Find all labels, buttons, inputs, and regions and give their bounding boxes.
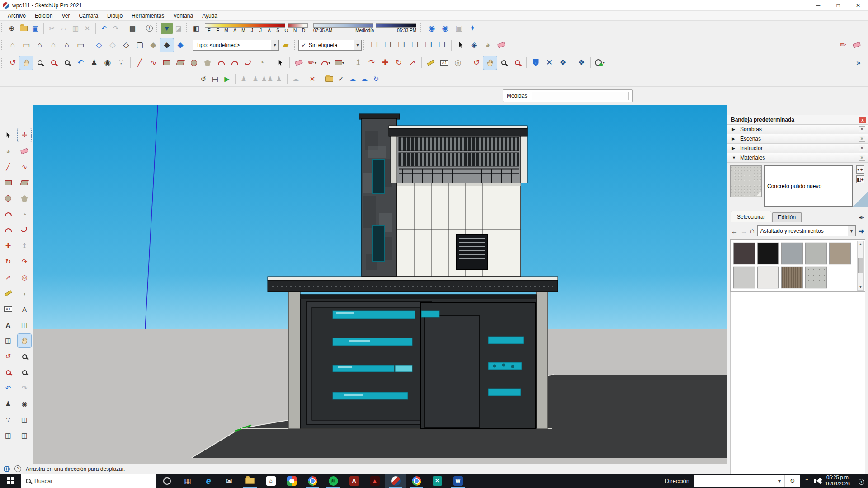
previous-view-tool[interactable]: ↶ [1,381,15,395]
menu-camara[interactable]: Cámara [75,12,102,20]
taskbar-app-spotify[interactable]: ≋ [323,474,344,488]
tape-measure-tool[interactable] [1,286,15,300]
eyedropper-icon[interactable]: ✒ [859,214,864,222]
shadow-time-slider[interactable]: 07:35 AMMediodía05:33 PM [313,23,416,33]
style-hidden-line-button[interactable]: ▢ [133,38,146,52]
user-avatar-button[interactable]: ▾ [593,56,607,70]
address-refresh-button[interactable]: ↻ [784,475,800,487]
refresh-icon[interactable]: ↻ [370,73,382,85]
style-xray-button[interactable]: ◇ [92,38,106,52]
three-point-arc-tool-button[interactable] [241,56,255,70]
extension-warehouse-button[interactable]: ❖ [575,56,588,70]
arc-dropdown-button[interactable]: ▾ [319,56,333,70]
protractor-tool[interactable]: ◗ [18,286,31,300]
address-input[interactable]: ▾ [694,475,784,487]
select-tool[interactable] [1,128,15,142]
tab-seleccionar[interactable]: Seleccionar [731,211,771,222]
select-tool-button-2[interactable] [274,56,287,70]
help-icon[interactable]: ? [14,465,21,472]
follow-me-tool-button[interactable]: ↷ [365,56,378,70]
people-icon[interactable]: ♟♟ [261,73,273,85]
pencil-icon[interactable]: ✏ [836,38,850,52]
taskbar-app-sketchup[interactable] [385,474,406,488]
add-person-icon[interactable]: ♟ [238,73,250,85]
view-left-button[interactable]: ▭ [74,38,87,52]
display-secondary-pane-button[interactable]: ▾＋ [856,165,864,174]
zoom-window-button[interactable] [47,56,60,70]
measurements-value-field[interactable] [532,92,629,100]
toolbar-grip[interactable] [1,23,4,33]
layers-button[interactable]: ❖ [556,56,570,70]
taskbar-app-store[interactable]: ⌂ [260,474,281,488]
section-close-icon[interactable]: ✕ [859,136,865,142]
circle-tool-button[interactable] [187,56,201,70]
freehand-tool[interactable]: ∿ [18,160,31,174]
zoom-tool[interactable] [18,350,31,363]
tray-close-button[interactable]: x [859,117,866,123]
style-shaded-textures-button[interactable]: ◆ [160,38,174,52]
arc-tool-button[interactable] [214,56,228,70]
line-dropdown-button[interactable]: ✏▾ [306,56,319,70]
forward-arrow-button[interactable]: → [741,227,747,235]
next-view-tool[interactable]: ↷ [18,381,31,395]
section-plane-tool[interactable]: ◫ [18,318,31,332]
chevron-down-icon[interactable]: ▾ [271,40,278,50]
two-point-arc-tool-button[interactable] [228,56,241,70]
copy-button[interactable]: ▱ [58,23,70,34]
date-slider-handle[interactable] [285,23,288,29]
offset-tool-button[interactable]: ◎ [451,56,465,70]
previous-view-button[interactable]: ↶ [74,56,87,70]
home-icon[interactable]: ⌂ [750,227,755,235]
taskbar-app-file-explorer[interactable] [240,474,260,488]
circle-tool[interactable] [1,192,15,205]
paint-bucket-button[interactable]: ◕ [481,38,495,52]
three-point-arc-tool[interactable] [18,223,31,237]
freehand-tool-button[interactable]: ∿ [146,56,160,70]
taskbar-search-box[interactable]: Buscar [21,474,156,488]
section-escenas[interactable]: ▶ Escenas ✕ [727,134,868,144]
photo-match-off-icon[interactable]: ✕ [307,73,318,85]
zoom-extents-button[interactable] [60,56,74,70]
orbit-tool-button[interactable]: ↺ [6,56,19,70]
classifier-paint-icon[interactable]: ▰ [279,38,292,52]
action-center-button[interactable]: 1 [854,476,865,485]
add-location-button[interactable]: ▼ [161,23,173,34]
taskbar-app-autocad[interactable]: A [344,474,364,488]
zoom-tool-button-2[interactable] [497,56,510,70]
validate-check-icon[interactable]: ✓ [335,73,347,85]
material-swatch[interactable] [733,243,755,264]
toolbar-grip[interactable] [294,40,296,50]
walk-button[interactable]: ∵ [114,56,128,70]
tag-filter-dropdown[interactable]: ✓ Sin etiqueta ▾ [298,40,362,51]
hidden-icons-chevron[interactable]: ⌃ [804,478,809,484]
view-right-button[interactable]: ⌂ [47,38,60,52]
solid-split-button[interactable]: ❒ [435,38,449,52]
material-swatch[interactable] [829,243,851,264]
text-tool[interactable]: A [18,302,31,316]
zoom-tool-button[interactable] [33,56,47,70]
section-instructor[interactable]: ▶ Instructor ✕ [727,144,868,153]
time-slider-handle[interactable] [373,23,376,29]
section-fill-toggle[interactable]: ◫ [18,413,31,427]
offset-tool[interactable]: ◎ [18,271,31,284]
style-back-edges-button[interactable]: ◇ [106,38,119,52]
rotate-tool-button[interactable]: ↻ [392,56,406,70]
shadow-date-slider[interactable]: EFMAMJJASOND [205,23,308,33]
taskbar-app-photos[interactable] [281,474,302,488]
toolbar-grip[interactable] [1,40,4,50]
style-wireframe-button[interactable]: ◇ [119,38,133,52]
orbit-tool[interactable]: ↺ [1,350,15,363]
interact-tool-icon[interactable]: ◉ [425,22,439,35]
two-point-arc-tool[interactable] [1,223,15,237]
toolbar-grip[interactable] [363,40,365,50]
new-button[interactable]: ⊕ [6,23,18,34]
taskbar-app-acrobat[interactable]: ▲ [364,474,385,488]
rectangle-tool-button[interactable] [160,56,174,70]
section-display-toggle[interactable]: ◫ [1,334,15,347]
rotated-rectangle-tool-button[interactable] [174,56,187,70]
solid-subtract-button[interactable]: ❒ [408,38,422,52]
dimension-tool-button[interactable]: A1 [438,56,451,70]
taskbar-app-word[interactable]: W [448,474,468,488]
3d-text-tool[interactable]: A [1,318,15,332]
scroll-up-icon[interactable]: ▲ [859,242,863,246]
